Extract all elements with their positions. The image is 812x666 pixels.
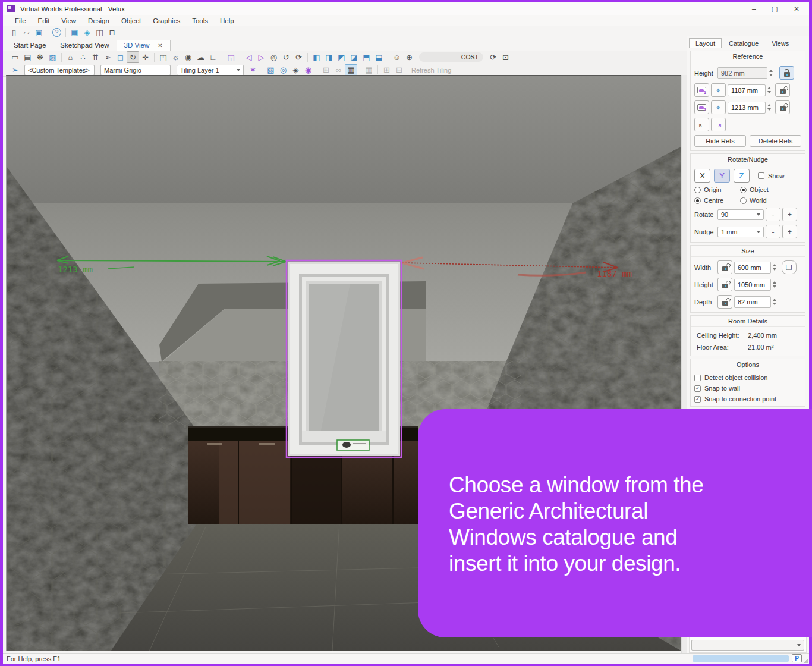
snap-to-wall-checkbox[interactable] bbox=[694, 385, 701, 392]
tile-select-icon[interactable]: ▧ bbox=[265, 64, 277, 76]
select-arrow-icon[interactable]: ➢ bbox=[102, 51, 114, 63]
tab-start-page[interactable]: Start Page bbox=[7, 40, 53, 51]
grid-link-icon[interactable]: ∞ bbox=[332, 64, 345, 76]
roof-tool-icon[interactable]: ⌂ bbox=[64, 51, 77, 63]
rotate-plus-button[interactable]: + bbox=[782, 208, 797, 221]
flip-right-icon[interactable]: ▷ bbox=[255, 51, 267, 63]
resize-grip[interactable] bbox=[803, 658, 808, 663]
height-size-lock-button[interactable] bbox=[717, 278, 732, 291]
tab-sketchpad-view[interactable]: Sketchpad View bbox=[53, 40, 116, 51]
centre-radio[interactable] bbox=[694, 197, 701, 204]
hide-refs-button[interactable]: Hide Refs bbox=[694, 135, 746, 147]
height-size-field[interactable]: 1050 mm bbox=[734, 279, 771, 291]
tab-close-icon[interactable]: ✕ bbox=[158, 42, 162, 49]
perspective-box-icon[interactable]: ◰ bbox=[157, 51, 169, 63]
avatar-icon[interactable]: ☺ bbox=[391, 51, 403, 63]
width-field[interactable]: 600 mm bbox=[734, 262, 771, 274]
custom-templates-select[interactable]: <Custom Templates> bbox=[24, 65, 95, 76]
cube-view-5-icon[interactable]: ⬒ bbox=[360, 51, 373, 63]
ref-1-lock-button[interactable] bbox=[775, 83, 790, 97]
vr-headset-icon[interactable]: ⊓ bbox=[106, 27, 118, 39]
depth-field[interactable]: 82 mm bbox=[734, 296, 771, 308]
menu-object[interactable]: Object bbox=[115, 17, 147, 24]
tile-3d-icon[interactable]: ◈ bbox=[289, 64, 302, 76]
depth-spinner[interactable] bbox=[773, 299, 776, 305]
cube-view-6-icon[interactable]: ⬓ bbox=[373, 51, 385, 63]
grid-add-icon[interactable]: ⊞ bbox=[320, 64, 332, 76]
help-icon[interactable]: ? bbox=[51, 27, 63, 39]
nudge-plus-button[interactable]: + bbox=[782, 225, 797, 238]
nudge-select[interactable]: 1 mm bbox=[717, 227, 764, 237]
ref-2-target-button[interactable]: ⌖ bbox=[711, 100, 726, 114]
spin-tool-icon[interactable]: ❋ bbox=[34, 51, 46, 63]
ref-1-target-button[interactable]: ⌖ bbox=[711, 83, 726, 97]
origin-radio[interactable] bbox=[694, 187, 701, 193]
status-p-button[interactable]: P bbox=[792, 654, 802, 662]
cube-view-4-icon[interactable]: ◪ bbox=[348, 51, 360, 63]
menu-design[interactable]: Design bbox=[82, 17, 115, 24]
tile-point-icon[interactable]: ◉ bbox=[302, 64, 314, 76]
select-region-icon[interactable]: ◻ bbox=[114, 51, 127, 63]
tab-catalogue[interactable]: Catalogue bbox=[723, 39, 764, 48]
cost-field[interactable]: COST bbox=[419, 52, 483, 62]
grid-on-icon[interactable]: ▦ bbox=[345, 64, 357, 76]
height-size-spinner[interactable] bbox=[773, 281, 776, 288]
tab-layout[interactable]: Layout bbox=[689, 38, 722, 48]
menu-tools[interactable]: Tools bbox=[186, 17, 214, 24]
ref-2-spinner[interactable] bbox=[767, 104, 771, 111]
pan-tool-icon[interactable]: ✛ bbox=[139, 51, 152, 63]
align-left-button[interactable]: ⇤ bbox=[694, 118, 709, 131]
apply-template-icon[interactable]: ➢ bbox=[9, 64, 21, 76]
new-document-icon[interactable]: ▯ bbox=[8, 27, 20, 39]
measure-icon[interactable]: ∟ bbox=[207, 51, 219, 63]
cube-view-1-icon[interactable]: ◧ bbox=[310, 51, 323, 63]
camera-icon[interactable]: ◉ bbox=[182, 51, 194, 63]
orbit-tool-icon[interactable]: ↻ bbox=[127, 51, 139, 63]
copy-pages-icon[interactable]: ▤ bbox=[21, 51, 34, 63]
view-undo-icon[interactable]: ↺ bbox=[280, 51, 292, 63]
sky-icon[interactable]: ☁ bbox=[194, 51, 207, 63]
world-icon[interactable]: ⊕ bbox=[403, 51, 416, 63]
cube-view-2-icon[interactable]: ◨ bbox=[323, 51, 335, 63]
axis-z-button[interactable]: Z bbox=[734, 169, 750, 183]
close-icon[interactable]: ✕ bbox=[794, 5, 800, 13]
tiling-layer-select[interactable]: Tiling Layer 1 bbox=[177, 65, 244, 76]
tab-views[interactable]: Views bbox=[766, 39, 795, 48]
rotate-minus-button[interactable]: - bbox=[766, 208, 780, 221]
height-lock-button[interactable] bbox=[779, 66, 794, 80]
height-spinner[interactable] bbox=[769, 70, 773, 76]
snap-to-connection-checkbox[interactable] bbox=[694, 396, 701, 403]
window-object[interactable] bbox=[287, 260, 401, 457]
rotate-select[interactable]: 90 bbox=[717, 209, 764, 220]
ref-point-2-button[interactable]: 2 bbox=[694, 100, 709, 114]
sketchpad-view-icon[interactable]: ▦ bbox=[68, 27, 81, 39]
reference-height-field[interactable]: 982 mm bbox=[717, 67, 767, 79]
width-spinner[interactable] bbox=[773, 264, 776, 271]
magic-wand-icon[interactable]: ✶ bbox=[247, 64, 259, 76]
show-checkbox[interactable] bbox=[758, 172, 764, 179]
depth-lock-button[interactable] bbox=[717, 295, 732, 309]
menu-graphics[interactable]: Graphics bbox=[147, 17, 186, 24]
grid-off-icon[interactable]: ▦ bbox=[363, 64, 375, 76]
nudge-minus-button[interactable]: - bbox=[766, 225, 780, 238]
footprints-icon[interactable]: ∴ bbox=[77, 51, 89, 63]
walkthrough-icon[interactable]: ⇈ bbox=[89, 51, 102, 63]
open-folder-icon[interactable]: ▱ bbox=[20, 27, 33, 39]
menu-help[interactable]: Help bbox=[214, 17, 240, 24]
grid-2-icon[interactable]: ⊟ bbox=[393, 64, 405, 76]
validate-page-icon[interactable]: ⊡ bbox=[499, 51, 512, 63]
world-radio[interactable] bbox=[740, 197, 747, 204]
ref-1-spinner[interactable] bbox=[767, 87, 771, 93]
ref-1-distance-field[interactable]: 1187 mm bbox=[728, 84, 766, 96]
cube-view-3-icon[interactable]: ◩ bbox=[335, 51, 348, 63]
axis-y-button[interactable]: Y bbox=[714, 169, 730, 183]
copy-size-button[interactable]: ❒ bbox=[782, 260, 797, 274]
3d-view-icon[interactable]: ◈ bbox=[81, 27, 93, 39]
maximize-icon[interactable]: ▢ bbox=[772, 5, 778, 13]
view-redo-icon[interactable]: ⟳ bbox=[292, 51, 305, 63]
flip-left-icon[interactable]: ◁ bbox=[243, 51, 255, 63]
refresh-view-icon[interactable]: ⟳ bbox=[487, 51, 499, 63]
minimize-icon[interactable]: – bbox=[752, 5, 756, 13]
width-lock-button[interactable] bbox=[717, 260, 732, 274]
menu-file[interactable]: File bbox=[9, 17, 32, 24]
